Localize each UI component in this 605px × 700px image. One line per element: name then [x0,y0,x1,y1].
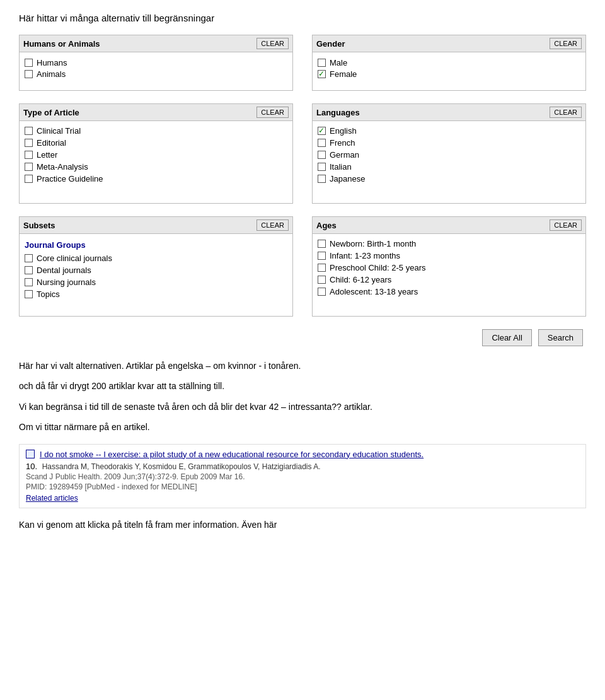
female-checkbox[interactable] [318,70,326,78]
paragraph-5: Kan vi genom att klicka på titeln få fra… [19,518,586,532]
meta-analysis-label: Meta-Analysis [37,162,88,172]
filter-grid: Humans or Animals CLEAR Humans Animals G… [19,35,586,317]
clear-type-button[interactable]: CLEAR [256,107,289,118]
filter-type-scroll[interactable]: Clinical Trial Editorial Letter Meta-Ana… [20,121,292,203]
filter-languages-title: Languages [316,108,360,117]
infant-label: Infant: 1-23 months [330,251,400,260]
article-number-authors-row: 10. Hassandra M, Theodorakis Y, Kosmidou… [26,462,579,471]
japanese-checkbox[interactable] [318,175,326,183]
adolescent-label: Adolescent: 13-18 years [330,287,418,296]
search-button[interactable]: Search [538,329,583,346]
paragraph-3: Vi kan begränsa i tid till de senaste tv… [19,400,586,414]
french-item: French [318,137,580,149]
filter-subsets-scroll[interactable]: Journal Groups Core clinical journals De… [20,234,292,316]
nursing-label: Nursing journals [37,277,96,287]
clear-humans-animals-button[interactable]: CLEAR [256,38,289,49]
filter-humans-animals: Humans or Animals CLEAR Humans Animals [19,35,293,91]
dental-label: Dental journals [37,265,91,275]
humans-label: Humans [37,58,67,67]
clinical-trial-checkbox[interactable] [25,127,33,135]
german-checkbox[interactable] [318,151,326,159]
article-title-link[interactable]: I do not smoke -- I exercise: a pilot st… [40,450,424,459]
nursing-item: Nursing journals [25,276,287,288]
editorial-item: Editorial [25,137,287,149]
topics-label: Topics [37,289,60,299]
filter-gender: Gender CLEAR Male Female [312,35,586,91]
animals-checkbox[interactable] [25,70,33,78]
editorial-checkbox[interactable] [25,139,33,147]
english-label: English [330,126,357,136]
nursing-checkbox[interactable] [25,278,33,286]
german-label: German [330,150,359,160]
filter-humans-animals-body: Humans Animals [20,52,292,90]
japanese-label: Japanese [330,174,365,184]
newborn-item: Newborn: Birth-1 month [318,238,580,250]
practice-guideline-item: Practice Guideline [25,173,287,185]
dental-checkbox[interactable] [25,266,33,274]
related-articles-link[interactable]: Related articles [26,494,78,503]
clinical-trial-label: Clinical Trial [37,126,81,136]
newborn-checkbox[interactable] [318,240,326,248]
article-pmid: PMID: 19289459 [PubMed - indexed for MED… [26,482,579,491]
filter-ages-header: Ages CLEAR [313,217,585,234]
male-checkbox[interactable] [318,59,326,67]
clear-all-button[interactable]: Clear All [482,329,531,346]
letter-label: Letter [37,150,57,160]
filter-subsets-header: Subsets CLEAR [20,217,292,234]
letter-item: Letter [25,149,287,161]
paragraph-4: Om vi tittar närmare på en artikel. [19,420,586,434]
bottom-action-bar: Clear All Search [19,329,586,346]
infant-checkbox[interactable] [318,252,326,260]
french-checkbox[interactable] [318,139,326,147]
topics-item: Topics [25,288,287,300]
japanese-item: Japanese [318,173,580,185]
female-label: Female [330,69,357,79]
page-title: Här hittar vi många alternativ till begr… [19,13,586,23]
core-clinical-label: Core clinical journals [37,254,112,263]
english-checkbox[interactable] [318,127,326,135]
animals-label: Animals [37,69,66,79]
filter-ages: Ages CLEAR Newborn: Birth-1 month Infant… [312,216,586,317]
paragraph-2: och då får vi drygt 200 artiklar kvar at… [19,379,586,393]
humans-checkbox[interactable] [25,59,33,67]
clear-gender-button[interactable]: CLEAR [550,38,582,49]
filter-humans-animals-title: Humans or Animals [23,39,100,49]
filter-gender-header: Gender CLEAR [313,35,585,52]
clear-ages-button[interactable]: CLEAR [550,219,582,231]
italian-checkbox[interactable] [318,163,326,171]
clear-languages-button[interactable]: CLEAR [550,107,582,118]
adolescent-checkbox[interactable] [318,288,326,296]
article-icon [26,450,35,458]
preschool-checkbox[interactable] [318,264,326,272]
journal-groups-label: Journal Groups [25,239,86,251]
subsets-list: Journal Groups Core clinical journals De… [25,238,287,300]
letter-checkbox[interactable] [25,151,33,159]
article-result: I do not smoke -- I exercise: a pilot st… [19,444,586,508]
adolescent-item: Adolescent: 13-18 years [318,286,580,298]
english-item: English [318,125,580,137]
filter-humans-animals-header: Humans or Animals CLEAR [20,35,292,52]
italian-label: Italian [330,162,352,172]
journal-groups-group: Journal Groups [25,238,287,252]
german-item: German [318,149,580,161]
practice-guideline-label: Practice Guideline [37,174,103,184]
meta-analysis-item: Meta-Analysis [25,161,287,173]
type-list: Clinical Trial Editorial Letter Meta-Ana… [25,125,287,185]
languages-list: English French German Italian Japanese [318,125,580,185]
core-clinical-checkbox[interactable] [25,254,33,262]
filter-type-of-article: Type of Article CLEAR Clinical Trial Edi… [19,103,293,204]
meta-analysis-checkbox[interactable] [25,163,33,171]
clinical-trial-item: Clinical Trial [25,125,287,137]
practice-guideline-checkbox[interactable] [25,175,33,183]
topics-checkbox[interactable] [25,290,33,298]
editorial-label: Editorial [37,138,66,148]
child-checkbox[interactable] [318,276,326,284]
french-label: French [330,138,355,148]
filter-gender-body: Male Female [313,52,585,90]
clear-subsets-button[interactable]: CLEAR [256,219,289,231]
filter-subsets-title: Subsets [23,221,55,230]
filter-languages-scroll[interactable]: English French German Italian Japanese [313,121,585,203]
filter-type-title: Type of Article [23,108,79,117]
filter-ages-scroll[interactable]: Newborn: Birth-1 month Infant: 1-23 mont… [313,234,585,316]
infant-item: Infant: 1-23 months [318,250,580,262]
